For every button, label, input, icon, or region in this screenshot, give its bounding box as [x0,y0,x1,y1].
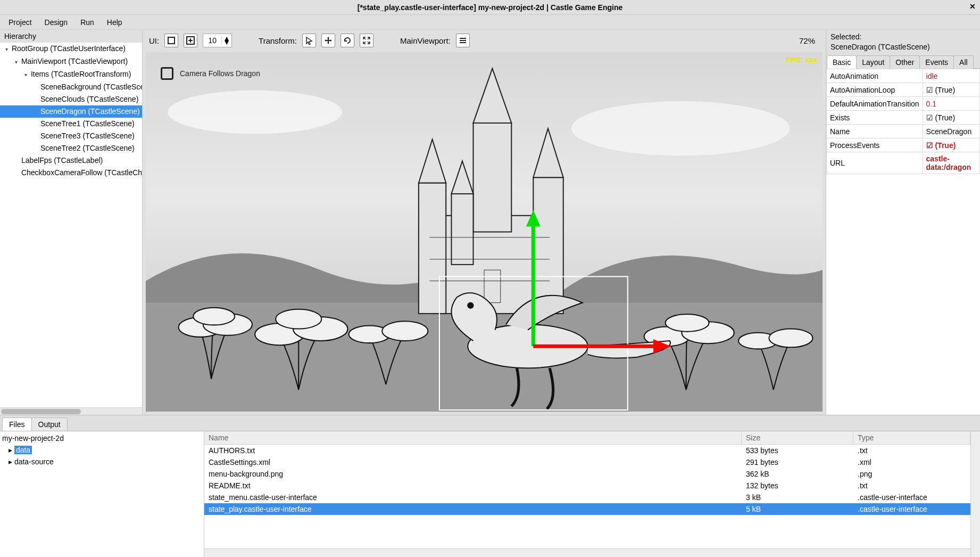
file-list-vscroll[interactable] [970,431,980,557]
property-value[interactable]: castle-data:/dragon [923,152,979,174]
hierarchy-node[interactable]: CheckboxCameraFollow (TCastleCheckbox) [0,167,142,179]
mainviewport-label: MainViewport: [400,36,451,45]
tab-other[interactable]: Other [890,55,920,69]
col-size[interactable]: Size [742,431,853,444]
svg-rect-18 [451,194,473,265]
rectangle-icon [167,36,176,45]
property-row[interactable]: AutoAnimationidle [827,69,980,83]
hierarchy-title: Hierarchy [0,30,142,43]
col-name[interactable]: Name [204,431,742,444]
hamburger-icon [459,36,467,45]
tab-layout[interactable]: Layout [856,55,890,69]
project-tree[interactable]: my-new-project-2d ▸ data ▸ data-source [0,431,204,557]
tab-basic[interactable]: Basic [827,55,857,69]
design-toolbar: UI: ▲▼ Transform: [143,30,826,51]
scale-icon [362,36,371,45]
file-row[interactable]: state_play.castle-user-interface5 kB.cas… [204,503,970,515]
mainviewport-menu-button[interactable] [456,34,470,47]
project-root[interactable]: my-new-project-2d [2,432,202,444]
file-type: .castle-user-interface [853,503,970,515]
ui-spin[interactable]: ▲▼ [203,34,232,47]
property-row[interactable]: DefaultAnimationTransition0.1 [827,97,980,111]
chevron-right-icon: ▸ [9,457,14,466]
property-name: DefaultAnimationTransition [827,97,923,111]
property-value[interactable]: SceneDragon [923,125,979,138]
transform-rotate-button[interactable] [340,34,354,47]
inspector-header: Selected: SceneDragon (TCastleScene) [826,30,980,54]
property-row[interactable]: AutoAnimationLoop(True) [827,83,980,97]
file-row[interactable]: state_menu.castle-user-interface3 kB.cas… [204,492,970,503]
file-size: 291 bytes [742,456,853,468]
hierarchy-node[interactable]: LabelFps (TCastleLabel) [0,154,142,167]
tab-all[interactable]: All [953,55,974,69]
tab-events[interactable]: Events [919,55,954,69]
hierarchy-node[interactable]: SceneTree3 (TCastleScene) [0,130,142,142]
property-row[interactable]: ProcessEvents(True) [827,138,980,152]
hierarchy-tree[interactable]: ▾ RootGroup (TCastleUserInterface)▾ Main… [0,43,142,407]
property-value[interactable]: 0.1 [923,97,979,111]
bottom-content: my-new-project-2d ▸ data ▸ data-source N… [0,431,980,557]
file-type: .txt [853,480,970,492]
hierarchy-node[interactable]: ▾ MainViewport (TCastleViewport) [0,55,142,68]
file-list-header: Name Size Type [204,431,970,445]
menu-bar: Project Design Run Help [0,15,980,30]
file-row[interactable]: AUTHORS.txt533 bytes.txt [204,445,970,456]
zoom-level: 72% [799,36,819,45]
property-name: AutoAnimationLoop [827,83,923,97]
property-row[interactable]: Exists(True) [827,111,980,125]
tree-item-label: data-source [14,457,54,466]
ui-add-button[interactable] [184,34,197,47]
inspector-panel: Selected: SceneDragon (TCastleScene) Bas… [826,30,980,415]
hierarchy-node[interactable]: SceneClouds (TCastleScene) [0,93,142,105]
svg-point-31 [382,321,428,341]
property-value[interactable]: (True) [923,138,979,152]
transform-move-button[interactable] [321,34,335,47]
chevron-right-icon: ▸ [9,446,14,454]
file-list-hscroll[interactable] [204,548,970,557]
property-grid[interactable]: AutoAnimationidleAutoAnimationLoop(True)… [826,69,980,415]
project-tree-item[interactable]: ▸ data [2,444,202,456]
property-value[interactable]: (True) [923,111,979,125]
spin-arrows-icon[interactable]: ▲▼ [221,36,231,45]
svg-point-8 [168,91,342,134]
hierarchy-node[interactable]: SceneTree1 (TCastleScene) [0,118,142,130]
menu-project[interactable]: Project [3,17,37,28]
file-row[interactable]: menu-background.png362 kB.png [204,468,970,480]
menu-design[interactable]: Design [39,17,73,28]
property-row[interactable]: NameSceneDragon [827,125,980,138]
property-name: ProcessEvents [827,138,923,152]
viewport-checkbox-camera-follow[interactable]: Camera Follows Dragon [161,67,260,80]
hierarchy-scrollbar[interactable] [0,407,142,415]
svg-point-36 [769,329,812,348]
cursor-icon [305,36,313,45]
transform-scale-button[interactable] [360,34,373,47]
project-tree-item[interactable]: ▸ data-source [2,456,202,468]
tab-output[interactable]: Output [31,417,68,431]
svg-rect-13 [533,177,563,314]
property-value[interactable]: idle [923,69,979,83]
close-icon[interactable]: ✕ [969,2,976,11]
property-value[interactable]: (True) [923,83,979,97]
hierarchy-node[interactable]: SceneDragon (TCastleScene) [0,105,142,118]
file-name: menu-background.png [204,468,742,480]
hierarchy-node[interactable]: ▾ RootGroup (TCastleUserInterface) [0,43,142,55]
file-size: 3 kB [742,492,853,503]
window-title: [*state_play.castle-user-interface] my-n… [358,3,622,12]
hierarchy-node[interactable]: SceneTree2 (TCastleScene) [0,142,142,154]
hierarchy-node[interactable]: ▾ Items (TCastleRootTransform) [0,68,142,81]
viewport-fps-label: FPS: xxx [786,55,817,64]
ui-select-button[interactable] [164,34,178,47]
transform-select-button[interactable] [302,34,316,47]
file-row[interactable]: README.txt132 bytes.txt [204,480,970,492]
property-name: AutoAnimation [827,69,923,83]
file-row[interactable]: CastleSettings.xml291 bytes.xml [204,456,970,468]
svg-point-34 [666,314,709,332]
menu-help[interactable]: Help [102,17,128,28]
hierarchy-node[interactable]: SceneBackground (TCastleScene) [0,81,142,93]
col-type[interactable]: Type [853,431,970,444]
design-viewport[interactable]: Camera Follows Dragon FPS: xxx [146,52,823,412]
property-row[interactable]: URLcastle-data:/dragon [827,152,980,174]
tab-files[interactable]: Files [2,417,32,431]
menu-run[interactable]: Run [75,17,99,28]
ui-spin-input[interactable] [203,36,221,45]
